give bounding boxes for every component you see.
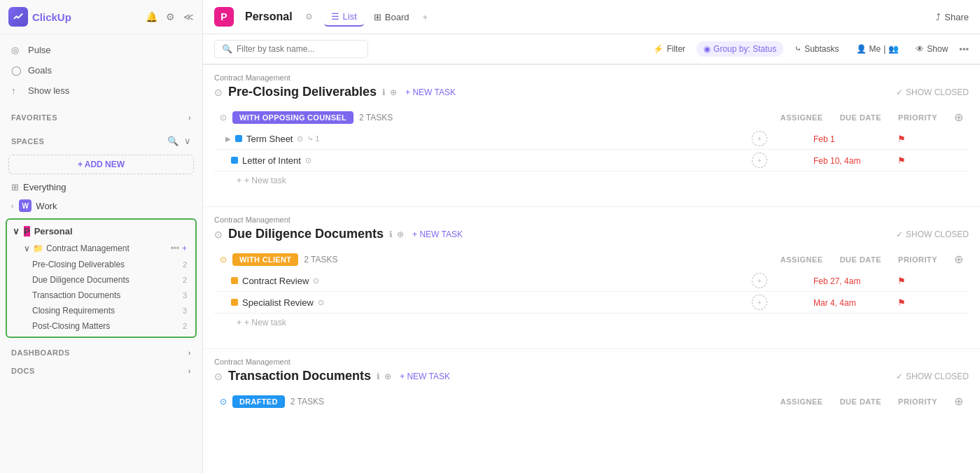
sub-item-post-closing-label: Post-Closing Matters xyxy=(32,321,110,331)
letter-avatar[interactable]: + xyxy=(752,153,767,168)
contract-dots-menu[interactable]: ••• xyxy=(170,243,179,253)
opposing-counsel-toggle[interactable]: ⊙ xyxy=(220,113,227,122)
me-button[interactable]: 👤 Me | 👥 xyxy=(850,41,905,57)
me-add-icon: 👥 xyxy=(888,44,899,54)
sub-item-transaction[interactable]: Transaction Documents 3 xyxy=(7,288,195,303)
sub-item-due-diligence[interactable]: Due Diligence Documents 2 xyxy=(7,272,195,288)
work-space-icon: W xyxy=(19,199,31,212)
col-add-icon-1[interactable]: ⊕ xyxy=(954,111,963,124)
spaces-section: SPACES 🔍 ∨ + ADD NEW ⊞ Everything › W Wo… xyxy=(0,129,202,344)
space-item-everything[interactable]: ⊞ Everything xyxy=(0,178,202,196)
contract-expand-arrow: ∨ xyxy=(24,243,30,253)
docs-section[interactable]: DOCS › xyxy=(0,362,202,380)
search-input[interactable] xyxy=(237,44,360,54)
me-separator: | xyxy=(883,44,886,54)
with-client-toggle[interactable]: ⊙ xyxy=(220,255,227,264)
add-tab-button[interactable]: + xyxy=(419,8,432,26)
dashboards-section[interactable]: DASHBOARDS › xyxy=(0,344,202,362)
sub-item-pre-closing[interactable]: Pre-Closing Deliverables 2 xyxy=(7,257,195,272)
notification-icon[interactable]: 🔔 xyxy=(146,11,158,22)
toolbar-right: ⚡ Filter ◉ Group by: Status ⤷ Subtasks 👤… xyxy=(648,41,969,57)
sidebar: ClickUp 🔔 ⚙ ≪ ◎ Pulse ◯ Goals ↑ Show les… xyxy=(0,0,203,473)
section-3-new-task[interactable]: + NEW TASK xyxy=(396,370,454,383)
settings-icon[interactable]: ⚙ xyxy=(166,11,175,22)
subtasks-button[interactable]: ⤷ Subtasks xyxy=(789,41,844,57)
space-item-work[interactable]: › W Work xyxy=(0,196,202,216)
show-button[interactable]: 👁 Show xyxy=(910,41,953,57)
specialist-review-avatar[interactable]: + xyxy=(752,295,767,310)
sub-item-post-closing[interactable]: Post-Closing Matters 2 xyxy=(7,318,195,334)
term-sheet-assignee: + xyxy=(752,131,808,146)
tab-navigation: ☰ List ⊞ Board + xyxy=(324,8,432,27)
personal-header[interactable]: ∨ P Personal xyxy=(7,223,195,240)
section-1-toggle[interactable]: ⊙ xyxy=(214,87,223,98)
section-3-info-icon[interactable]: ℹ xyxy=(377,372,380,381)
section-3-toggle[interactable]: ⊙ xyxy=(214,371,223,382)
term-sheet-expand[interactable]: ▶ xyxy=(225,135,231,143)
filter-button[interactable]: ⚡ Filter xyxy=(648,41,691,57)
section-2-toggle[interactable]: ⊙ xyxy=(214,229,223,240)
section-1-label: Contract Management xyxy=(214,73,969,82)
contract-review-date: Feb 27, 4am xyxy=(813,276,860,286)
title-settings-icon[interactable]: ⚙ xyxy=(305,12,313,22)
toolbar-more-button[interactable]: ••• xyxy=(959,44,969,55)
nav-item-goals[interactable]: ◯ Goals xyxy=(0,60,202,80)
term-sheet-subtask-icon[interactable]: ⤷1 xyxy=(307,134,319,143)
contract-add-icon[interactable]: + xyxy=(182,243,187,253)
section-1-settings-icon[interactable]: ⊕ xyxy=(390,87,397,97)
add-new-button[interactable]: + ADD NEW xyxy=(8,155,194,174)
new-task-client[interactable]: + + New task xyxy=(214,313,969,332)
header-right: ⤴ Share xyxy=(936,12,969,22)
section-1-info-icon[interactable]: ℹ xyxy=(382,87,386,97)
collapse-icon[interactable]: ≪ xyxy=(183,11,194,22)
spaces-chevron-icon[interactable]: ∨ xyxy=(184,136,191,146)
section-transaction: Contract Management ⊙ Transaction Docume… xyxy=(203,348,980,418)
contract-review-avatar[interactable]: + xyxy=(752,273,767,288)
contract-review-priority: ⚑ xyxy=(892,276,948,286)
term-sheet-name[interactable]: Term Sheet xyxy=(246,134,293,144)
section-2-info-icon[interactable]: ℹ xyxy=(389,230,393,239)
nav-item-show-less[interactable]: ↑ Show less xyxy=(0,80,202,101)
drafted-toggle[interactable]: ⊙ xyxy=(220,397,227,407)
section-2-show-closed[interactable]: ✓ SHOW CLOSED xyxy=(896,230,969,239)
logo[interactable]: ClickUp xyxy=(8,7,71,27)
contract-management-item[interactable]: ∨ 📁 Contract Management ••• + xyxy=(7,240,195,257)
search-spaces-icon[interactable]: 🔍 xyxy=(167,136,178,146)
logo-text: ClickUp xyxy=(32,11,71,23)
section-2-new-task[interactable]: + NEW TASK xyxy=(408,228,467,241)
content-area: Contract Management ⊙ Pre-Closing Delive… xyxy=(203,64,980,473)
section-1-show-closed[interactable]: ✓ SHOW CLOSED xyxy=(896,87,969,97)
new-task-opposing[interactable]: + + New task xyxy=(214,171,969,190)
term-sheet-due-date: Feb 1 xyxy=(808,134,892,144)
nav-item-pulse[interactable]: ◎ Pulse xyxy=(0,40,202,60)
col-add-icon-2[interactable]: ⊕ xyxy=(954,253,963,266)
sidebar-header: ClickUp 🔔 ⚙ ≪ xyxy=(0,0,202,34)
term-sheet-avatar[interactable]: + xyxy=(752,131,767,146)
sub-item-closing-req-label: Closing Requirements xyxy=(32,306,115,316)
group-with-client: ⊙ WITH CLIENT 2 TASKS ASSIGNEE DUE DATE … xyxy=(203,244,980,332)
group-by-button[interactable]: ◉ Group by: Status xyxy=(696,41,783,57)
sub-item-due-diligence-count: 2 xyxy=(183,276,187,284)
tab-board[interactable]: ⊞ Board xyxy=(367,8,416,26)
section-3-settings-icon[interactable]: ⊕ xyxy=(384,372,391,381)
contract-review-name[interactable]: Contract Review xyxy=(242,276,309,286)
sub-item-closing-req-count: 3 xyxy=(183,306,187,315)
share-button[interactable]: ⤴ Share xyxy=(936,12,969,22)
drafted-task-count: 2 TASKS xyxy=(290,397,324,407)
favorites-header[interactable]: FAVORITES › xyxy=(0,109,202,126)
search-icon: 🔍 xyxy=(222,44,232,54)
specialist-review-date: Mar 4, 4am xyxy=(813,298,856,308)
section-3-show-closed[interactable]: ✓ SHOW CLOSED xyxy=(896,372,969,381)
col-header-priority-1: PRIORITY xyxy=(898,113,937,122)
section-1-new-task[interactable]: + NEW TASK xyxy=(401,86,460,99)
term-sheet-status-icon: ⊙ xyxy=(297,134,303,143)
filter-icon: ⚡ xyxy=(653,44,664,54)
specialist-review-name[interactable]: Specialist Review xyxy=(242,297,314,308)
letter-priority: ⚑ xyxy=(892,155,948,166)
letter-name[interactable]: Letter of Intent xyxy=(242,155,301,166)
col-add-icon-3[interactable]: ⊕ xyxy=(954,395,963,408)
work-expand-arrow: › xyxy=(11,202,13,210)
section-2-settings-icon[interactable]: ⊕ xyxy=(397,230,404,239)
tab-list[interactable]: ☰ List xyxy=(324,8,364,27)
sub-item-closing-req[interactable]: Closing Requirements 3 xyxy=(7,303,195,318)
